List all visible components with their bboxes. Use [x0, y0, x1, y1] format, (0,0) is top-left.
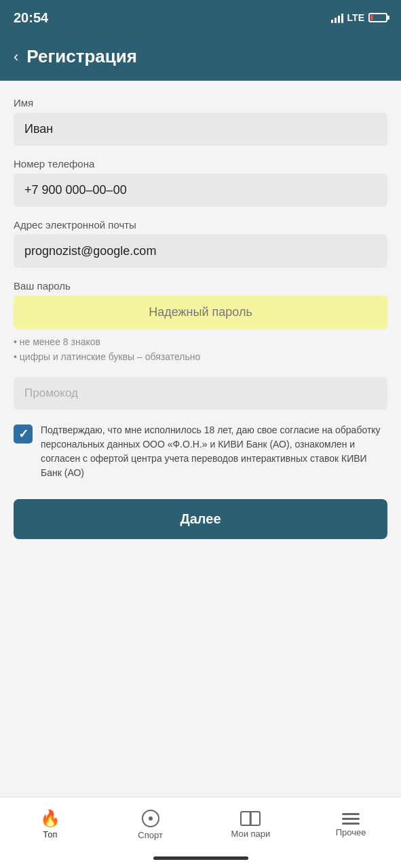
password-field-group: Ваш пароль не менее 8 знаков цифры и лат…: [14, 280, 387, 365]
phone-label: Номер телефона: [14, 158, 387, 170]
bets-icon: [240, 811, 261, 826]
consent-row: ✓ Подтверждаю, что мне исполнилось 18 ле…: [14, 423, 387, 480]
password-hint-2: цифры и латинские буквы – обязательно: [14, 349, 387, 364]
name-input[interactable]: [14, 113, 387, 146]
password-label: Ваш пароль: [14, 280, 387, 292]
password-hints: не менее 8 знаков цифры и латинские букв…: [14, 334, 387, 365]
nav-label-top: Топ: [43, 829, 57, 840]
consent-text: Подтверждаю, что мне исполнилось 18 лет,…: [41, 423, 387, 480]
promo-field-group: [14, 377, 387, 410]
header: ‹ Регистрация: [0, 35, 401, 81]
home-bar: [153, 856, 248, 860]
nav-item-other[interactable]: Прочее: [324, 813, 378, 837]
nav-item-sport[interactable]: Спорт: [123, 810, 178, 840]
password-hint-1: не менее 8 знаков: [14, 334, 387, 349]
status-icons: LTE: [331, 12, 387, 23]
registration-form: Имя Номер телефона Адрес электронной поч…: [0, 81, 401, 797]
name-label: Имя: [14, 97, 387, 108]
email-field-group: Адрес электронной почты: [14, 219, 387, 268]
menu-icon: [342, 813, 360, 825]
name-field-group: Имя: [14, 97, 387, 146]
nav-label-other: Прочее: [336, 827, 366, 837]
status-time: 20:54: [14, 10, 48, 26]
next-button[interactable]: Далее: [14, 499, 387, 539]
nav-item-top[interactable]: 🔥 Топ: [23, 810, 77, 840]
lte-label: LTE: [347, 12, 364, 23]
battery-icon: [368, 13, 387, 22]
flame-icon: 🔥: [40, 810, 60, 827]
bottom-nav: 🔥 Топ Спорт Мои пари Прочее: [0, 797, 401, 851]
promo-input[interactable]: [14, 377, 387, 410]
back-button[interactable]: ‹: [14, 48, 18, 66]
phone-input[interactable]: [14, 174, 387, 207]
nav-label-bets: Мои пари: [231, 829, 270, 839]
home-indicator: [0, 851, 401, 868]
status-bar: 20:54 LTE: [0, 0, 401, 35]
nav-label-sport: Спорт: [138, 830, 163, 840]
signal-bars-icon: [331, 12, 343, 23]
sport-icon: [142, 810, 159, 827]
page-title: Регистрация: [26, 46, 137, 67]
phone-field-group: Номер телефона: [14, 158, 387, 207]
nav-item-bets[interactable]: Мои пари: [223, 811, 278, 839]
email-label: Адрес электронной почты: [14, 219, 387, 231]
email-input[interactable]: [14, 235, 387, 268]
password-input[interactable]: [14, 296, 387, 329]
checkmark-icon: ✓: [18, 428, 28, 440]
consent-checkbox[interactable]: ✓: [14, 425, 33, 443]
